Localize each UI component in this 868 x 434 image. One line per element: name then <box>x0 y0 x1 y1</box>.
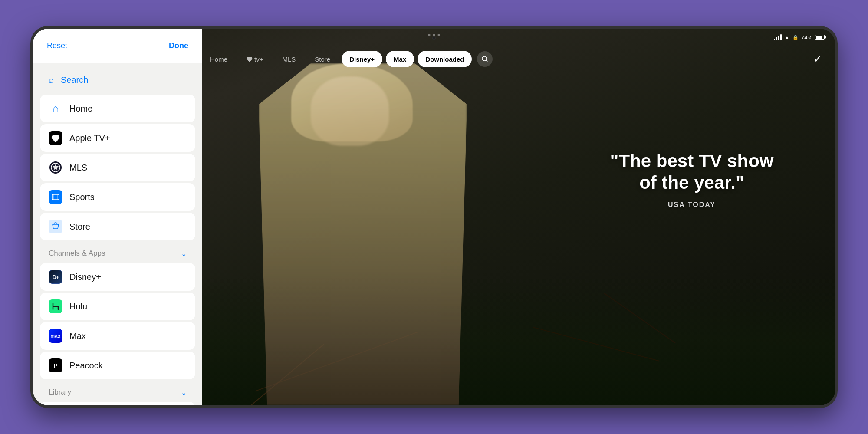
sidebar-item-home[interactable]: ⌂ Home <box>40 95 195 122</box>
quote-area: "The best TV show of the year." USA TODA… <box>601 150 783 209</box>
search-button[interactable] <box>477 51 493 67</box>
sidebar-peacock-label: Peacock <box>69 361 103 371</box>
sidebar-store-label: Store <box>69 222 90 232</box>
quote-source: USA TODAY <box>601 201 783 209</box>
sidebar-item-disney[interactable]: D+ Disney+ <box>40 263 195 291</box>
library-label: Library <box>49 388 71 397</box>
nav-bar: Home tv+ MLS Store Disney+ Max Downloade… <box>202 48 822 70</box>
hulu-icon <box>49 299 62 313</box>
mls-icon <box>49 161 62 174</box>
sidebar-disney-label: Disney+ <box>69 272 101 282</box>
sidebar-item-store[interactable]: Store <box>40 213 195 240</box>
sidebar: Reset Done ⌕ Search ⌂ Home <box>33 29 202 405</box>
library-chevron: ⌄ <box>181 388 187 397</box>
device-inner: "The best TV show of the year." USA TODA… <box>33 29 835 405</box>
sidebar-item-recent-purchases[interactable]: Recent Purchases <box>40 402 195 405</box>
library-section-header[interactable]: Library ⌄ <box>33 381 202 400</box>
svg-rect-2 <box>52 194 59 200</box>
tab-downloaded[interactable]: Downloaded <box>418 51 472 67</box>
peacock-icon: P <box>49 358 62 372</box>
sidebar-content: ⌕ Search ⌂ Home Apple TV+ <box>33 63 202 405</box>
search-section: ⌕ Search <box>33 67 202 93</box>
sidebar-item-max[interactable]: max Max <box>40 322 195 350</box>
svg-text:P: P <box>54 362 58 369</box>
sidebar-sports-label: Sports <box>69 192 95 202</box>
tab-max[interactable]: Max <box>386 51 414 67</box>
sidebar-item-mls[interactable]: MLS <box>40 154 195 181</box>
battery-percent: 74% <box>801 34 812 41</box>
disney-icon: D+ <box>49 270 62 284</box>
sidebar-max-label: Max <box>69 331 86 341</box>
battery-icon <box>815 35 825 40</box>
search-row[interactable]: ⌕ Search <box>40 69 195 91</box>
sidebar-item-appletv[interactable]: Apple TV+ <box>40 124 195 152</box>
channels-chevron: ⌄ <box>181 250 187 258</box>
sidebar-appletv-label: Apple TV+ <box>69 133 110 143</box>
wifi-icon: ▲ <box>784 34 790 41</box>
sidebar-item-sports[interactable]: Sports <box>40 183 195 211</box>
channels-section-header[interactable]: Channels & Apps ⌄ <box>33 242 202 261</box>
tab-appletv[interactable]: tv+ <box>239 51 271 67</box>
done-button[interactable]: Done <box>169 41 188 50</box>
sports-icon <box>49 190 62 204</box>
tab-home[interactable]: Home <box>202 51 235 67</box>
sidebar-header: Reset Done <box>33 29 202 63</box>
quote-text: "The best TV show of the year." <box>601 150 783 194</box>
max-icon: max <box>49 329 62 343</box>
channels-label: Channels & Apps <box>49 249 105 258</box>
sidebar-item-peacock[interactable]: P Peacock <box>40 352 195 379</box>
sidebar-hulu-label: Hulu <box>69 302 87 312</box>
search-icon: ⌕ <box>49 75 54 85</box>
lock-icon: 🔒 <box>792 35 799 40</box>
device-top-dots <box>428 34 440 36</box>
home-icon: ⌂ <box>49 102 62 115</box>
signal-icon <box>774 34 782 40</box>
camera <box>432 36 436 40</box>
status-icons: ▲ 🔒 74% <box>774 34 825 41</box>
tab-store[interactable]: Store <box>307 51 338 67</box>
sidebar-item-hulu[interactable]: Hulu <box>40 293 195 320</box>
sidebar-mls-label: MLS <box>69 163 87 173</box>
reset-button[interactable]: Reset <box>47 41 67 50</box>
search-label: Search <box>61 75 88 85</box>
device-frame: "The best TV show of the year." USA TODA… <box>30 26 838 408</box>
tab-disney[interactable]: Disney+ <box>342 51 382 67</box>
appletv-icon <box>49 131 62 145</box>
store-icon <box>49 220 62 233</box>
checkmark-button[interactable]: ✓ <box>813 53 822 65</box>
tab-mls[interactable]: MLS <box>274 51 303 67</box>
sidebar-home-label: Home <box>69 104 92 114</box>
